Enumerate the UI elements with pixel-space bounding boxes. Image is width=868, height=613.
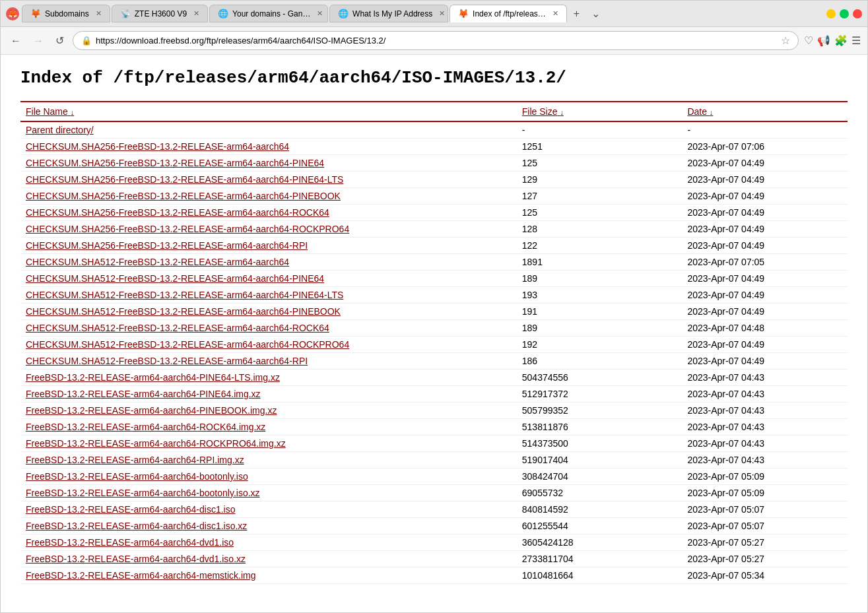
file-link[interactable]: FreeBSD-13.2-RELEASE-arm64-aarch64-disc1…: [26, 504, 235, 515]
file-link[interactable]: CHECKSUM.SHA256-FreeBSD-13.2-RELEASE-arm…: [26, 240, 308, 251]
column-header-date[interactable]: Date ↓: [682, 102, 848, 121]
tab-subdomains[interactable]: 🦊 Subdomains ✕: [22, 5, 110, 22]
file-link[interactable]: FreeBSD-13.2-RELEASE-arm64-aarch64-booto…: [26, 471, 248, 482]
file-link[interactable]: FreeBSD-13.2-RELEASE-arm64-aarch64-memst…: [26, 570, 256, 581]
file-name-cell: FreeBSD-13.2-RELEASE-arm64-aarch64-disc1…: [20, 501, 517, 518]
file-size-cell: 1891: [517, 254, 683, 271]
tab-favicon-zte: 📡: [120, 9, 131, 18]
sort-date-link[interactable]: Date ↓: [687, 106, 713, 117]
file-date-cell: 2023-Apr-07 04:43: [682, 436, 848, 452]
file-name-cell: CHECKSUM.SHA256-FreeBSD-13.2-RELEASE-arm…: [20, 238, 517, 254]
file-link[interactable]: CHECKSUM.SHA512-FreeBSD-13.2-RELEASE-arm…: [26, 290, 343, 300]
tab-zte[interactable]: 📡 ZTE H3600 V9 ✕: [112, 5, 208, 22]
file-link[interactable]: CHECKSUM.SHA256-FreeBSD-13.2-RELEASE-arm…: [26, 207, 329, 218]
file-size-cell: -: [517, 121, 683, 139]
file-size-cell: 3605424128: [517, 534, 683, 551]
speaker-icon[interactable]: 📢: [817, 34, 830, 47]
file-link[interactable]: CHECKSUM.SHA256-FreeBSD-13.2-RELEASE-arm…: [26, 224, 349, 234]
file-date-cell: 2023-Apr-07 04:49: [682, 353, 848, 370]
file-link[interactable]: FreeBSD-13.2-RELEASE-arm64-aarch64-PINEB…: [26, 405, 277, 416]
title-bar: 🦊 🦊 Subdomains ✕ 📡 ZTE H3600 V9 ✕ 🌐 Your…: [1, 1, 867, 27]
file-date-cell: 2023-Apr-07 04:43: [682, 452, 848, 468]
file-size-cell: 186: [517, 353, 683, 370]
file-name-cell: FreeBSD-13.2-RELEASE-arm64-aarch64-disc1…: [20, 518, 517, 534]
file-link[interactable]: FreeBSD-13.2-RELEASE-arm64-aarch64-PINE6…: [26, 389, 261, 399]
menu-icon[interactable]: ☰: [851, 34, 861, 47]
file-name-cell: CHECKSUM.SHA512-FreeBSD-13.2-RELEASE-arm…: [20, 304, 517, 320]
tab-ip[interactable]: 🌐 What Is My IP Address ✕: [329, 5, 448, 22]
tab-label-subdomains: Subdomains: [45, 9, 89, 18]
file-link[interactable]: CHECKSUM.SHA512-FreeBSD-13.2-RELEASE-arm…: [26, 356, 308, 366]
file-size-cell: 189: [517, 320, 683, 337]
file-link[interactable]: FreeBSD-13.2-RELEASE-arm64-aarch64-dvd1.…: [26, 537, 234, 548]
file-name-cell: FreeBSD-13.2-RELEASE-arm64-aarch64-RPI.i…: [20, 452, 517, 468]
minimize-button[interactable]: [826, 9, 836, 18]
file-link[interactable]: CHECKSUM.SHA256-FreeBSD-13.2-RELEASE-arm…: [26, 141, 289, 152]
file-link[interactable]: FreeBSD-13.2-RELEASE-arm64-aarch64-ROCKP…: [26, 438, 286, 449]
bookmark-list-icon[interactable]: ♡: [804, 34, 813, 47]
file-link[interactable]: CHECKSUM.SHA512-FreeBSD-13.2-RELEASE-arm…: [26, 339, 349, 350]
file-date-cell: 2023-Apr-07 04:43: [682, 419, 848, 436]
file-date-cell: 2023-Apr-07 04:49: [682, 172, 848, 188]
table-row: FreeBSD-13.2-RELEASE-arm64-aarch64-ROCK6…: [20, 419, 848, 436]
file-link[interactable]: CHECKSUM.SHA256-FreeBSD-13.2-RELEASE-arm…: [26, 174, 343, 185]
tab-close-domains[interactable]: ✕: [317, 9, 323, 18]
file-date-cell: 2023-Apr-07 04:49: [682, 337, 848, 353]
file-date-cell: 2023-Apr-07 04:49: [682, 238, 848, 254]
file-link[interactable]: FreeBSD-13.2-RELEASE-arm64-aarch64-dvd1.…: [26, 554, 246, 564]
file-name-cell: CHECKSUM.SHA256-FreeBSD-13.2-RELEASE-arm…: [20, 139, 517, 155]
column-header-size[interactable]: File Size ↓: [517, 102, 683, 121]
file-date-cell: -: [682, 121, 848, 139]
table-row: CHECKSUM.SHA256-FreeBSD-13.2-RELEASE-arm…: [20, 188, 848, 205]
file-link[interactable]: FreeBSD-13.2-RELEASE-arm64-aarch64-booto…: [26, 488, 260, 498]
table-row: FreeBSD-13.2-RELEASE-arm64-aarch64-booto…: [20, 485, 848, 501]
address-bar[interactable]: 🔒 https://download.freebsd.org/ftp/relea…: [73, 31, 799, 50]
close-button[interactable]: [853, 9, 862, 18]
column-header-name[interactable]: File Name ↓: [20, 102, 517, 121]
file-name-cell: CHECKSUM.SHA256-FreeBSD-13.2-RELEASE-arm…: [20, 188, 517, 205]
sort-size-link[interactable]: File Size ↓: [522, 106, 564, 117]
file-name-cell: FreeBSD-13.2-RELEASE-arm64-aarch64-memst…: [20, 567, 517, 584]
table-row: CHECKSUM.SHA256-FreeBSD-13.2-RELEASE-arm…: [20, 221, 848, 238]
file-link[interactable]: FreeBSD-13.2-RELEASE-arm64-aarch64-disc1…: [26, 521, 247, 531]
tab-close-zte[interactable]: ✕: [193, 9, 199, 18]
file-date-cell: 2023-Apr-07 04:49: [682, 304, 848, 320]
tab-index[interactable]: 🦊 Index of /ftp/releas… ✕: [450, 5, 567, 22]
file-link[interactable]: FreeBSD-13.2-RELEASE-arm64-aarch64-RPI.i…: [26, 455, 244, 465]
file-link[interactable]: Parent directory/: [26, 125, 94, 135]
forward-button[interactable]: →: [30, 34, 47, 48]
file-link[interactable]: CHECKSUM.SHA512-FreeBSD-13.2-RELEASE-arm…: [26, 306, 341, 317]
file-date-cell: 2023-Apr-07 04:43: [682, 386, 848, 403]
file-size-cell: 193: [517, 287, 683, 304]
file-name-cell: CHECKSUM.SHA256-FreeBSD-13.2-RELEASE-arm…: [20, 205, 517, 221]
file-name-cell: CHECKSUM.SHA512-FreeBSD-13.2-RELEASE-arm…: [20, 320, 517, 337]
file-name-cell: CHECKSUM.SHA256-FreeBSD-13.2-RELEASE-arm…: [20, 155, 517, 172]
tab-close-index[interactable]: ✕: [552, 9, 558, 18]
tab-domains[interactable]: 🌐 Your domains - Gan… ✕: [209, 5, 328, 22]
new-tab-button[interactable]: +: [568, 5, 585, 22]
table-header-row: File Name ↓ File Size ↓ Date ↓: [20, 102, 848, 121]
file-link[interactable]: CHECKSUM.SHA256-FreeBSD-13.2-RELEASE-arm…: [26, 158, 324, 168]
file-link[interactable]: CHECKSUM.SHA512-FreeBSD-13.2-RELEASE-arm…: [26, 323, 329, 333]
extensions-icon[interactable]: 🧩: [834, 34, 848, 47]
back-button[interactable]: ←: [7, 34, 24, 48]
file-link[interactable]: CHECKSUM.SHA256-FreeBSD-13.2-RELEASE-arm…: [26, 191, 341, 201]
file-link[interactable]: FreeBSD-13.2-RELEASE-arm64-aarch64-ROCK6…: [26, 422, 265, 432]
file-link[interactable]: CHECKSUM.SHA512-FreeBSD-13.2-RELEASE-arm…: [26, 257, 289, 267]
tab-label-index: Index of /ftp/releas…: [473, 9, 546, 18]
tab-list-button[interactable]: ⌄: [586, 5, 605, 22]
sort-name-link[interactable]: File Name ↓: [26, 106, 74, 117]
tab-close-ip[interactable]: ✕: [439, 9, 445, 18]
maximize-button[interactable]: [840, 9, 849, 18]
bookmark-icon[interactable]: ☆: [781, 34, 790, 47]
file-link[interactable]: CHECKSUM.SHA512-FreeBSD-13.2-RELEASE-arm…: [26, 273, 324, 284]
table-row: CHECKSUM.SHA256-FreeBSD-13.2-RELEASE-arm…: [20, 238, 848, 254]
file-link[interactable]: FreeBSD-13.2-RELEASE-arm64-aarch64-PINE6…: [26, 372, 280, 383]
reload-button[interactable]: ↺: [52, 33, 67, 48]
file-name-cell: FreeBSD-13.2-RELEASE-arm64-aarch64-booto…: [20, 485, 517, 501]
tab-close-subdomains[interactable]: ✕: [96, 9, 102, 18]
table-row: CHECKSUM.SHA512-FreeBSD-13.2-RELEASE-arm…: [20, 304, 848, 320]
page-content: Index of /ftp/releases/arm64/aarch64/ISO…: [1, 55, 867, 612]
table-row: FreeBSD-13.2-RELEASE-arm64-aarch64-RPI.i…: [20, 452, 848, 468]
file-size-cell: 125: [517, 205, 683, 221]
